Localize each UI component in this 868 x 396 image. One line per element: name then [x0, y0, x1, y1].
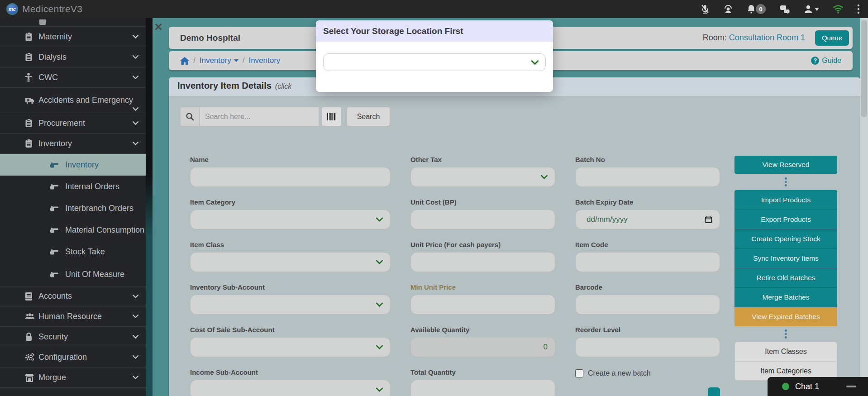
user-menu-icon[interactable] [804, 4, 819, 14]
barcode-scan-button[interactable] [322, 107, 342, 126]
sidebar-item-accidents-emergency[interactable]: Accidents and Emergency [0, 88, 146, 113]
hospital-name: Demo Hospital [180, 33, 240, 43]
view-reserved-button[interactable]: View Reserved [734, 156, 837, 174]
field-item-class: Item Class [190, 241, 391, 272]
breadcrumb-separator: / [243, 56, 245, 65]
field-income-sub-account: Income Sub-Account [190, 368, 391, 396]
clipboard-icon [25, 32, 35, 41]
teal-actions-stack: Import Products Export Products Create O… [734, 190, 837, 326]
batch-expiry-date-input[interactable]: dd/mm/yyyy [575, 210, 720, 229]
create-new-batch-checkbox[interactable] [575, 369, 583, 377]
create-new-batch-row: Create a new batch [575, 368, 720, 377]
inventory-sub-account-select[interactable] [190, 295, 391, 315]
sidebar-item-morgue[interactable]: Morgue [0, 367, 146, 388]
barcode-input[interactable] [575, 295, 720, 315]
view-expired-batches-button[interactable]: View Expired Batches [734, 307, 837, 326]
item-code-input[interactable] [575, 252, 720, 272]
merge-batches-button[interactable]: Merge Batches [734, 287, 837, 307]
income-sub-account-select[interactable] [190, 380, 391, 396]
page-scrollbar[interactable] [860, 18, 868, 396]
floating-action-button[interactable] [708, 387, 720, 396]
sidebar-item-maternity[interactable]: Maternity [0, 27, 146, 47]
item-classes-button[interactable]: Item Classes [735, 342, 837, 361]
brand-name: MedicentreV3 [22, 4, 82, 14]
import-products-button[interactable]: Import Products [734, 190, 837, 210]
storage-location-modal: Select Your Storage Location First [316, 20, 553, 92]
batch-no-input[interactable] [575, 167, 720, 187]
close-icon[interactable]: ✕ [154, 22, 163, 33]
calendar-icon[interactable] [705, 216, 712, 224]
sidebar-scrollbar[interactable] [146, 18, 153, 396]
minimize-icon[interactable] [846, 386, 856, 387]
field-reorder-level: Reorder Level [575, 326, 720, 357]
support-agent-icon[interactable] [723, 4, 733, 14]
sidebar-subitem-material-consumption[interactable]: Material Consumption [0, 219, 146, 241]
create-opening-stock-button[interactable]: Create Opening Stock [734, 229, 837, 248]
lock-icon [25, 332, 35, 341]
sidebar-item-dialysis[interactable]: Dialysis [0, 47, 146, 67]
field-label: Other Tax [410, 156, 555, 163]
cost-of-sale-sub-account-select[interactable] [190, 337, 391, 357]
sidebar-subitem-label: Inventory [65, 160, 99, 170]
dots-separator-icon [734, 326, 837, 342]
sidebar-item-clipped[interactable] [0, 18, 146, 27]
hand-point-icon [50, 226, 61, 234]
breadcrumb-inventory-menu[interactable]: Inventory [200, 56, 238, 65]
sync-inventory-items-button[interactable]: Sync Inventory Items [734, 248, 837, 268]
total-quantity-input[interactable] [410, 380, 555, 396]
home-icon[interactable] [180, 57, 189, 65]
chat-widget[interactable]: Chat 1 [768, 377, 868, 396]
field-min-unit-price: Min Unit Price [410, 283, 555, 315]
item-category-select[interactable] [190, 210, 391, 229]
field-label: Total Quantity [410, 368, 555, 376]
field-label: Inventory Sub-Account [190, 283, 391, 291]
microphone-muted-icon[interactable] [701, 4, 710, 14]
sidebar-subitem-stock-take[interactable]: Stock Take [0, 241, 146, 262]
min-unit-price-input[interactable] [410, 295, 555, 315]
unit-price-input[interactable] [410, 252, 555, 272]
search-input[interactable] [199, 107, 319, 126]
sidebar-subitem-internal-orders[interactable]: Internal Orders [0, 176, 146, 197]
sidebar-item-security[interactable]: Security [0, 327, 146, 347]
search-button[interactable]: Search [347, 107, 390, 126]
book-icon [25, 292, 35, 301]
field-unit-cost: Unit Cost (BP) [410, 198, 555, 229]
sidebar-subitem-interbranch-orders[interactable]: Interbranch Orders [0, 197, 146, 219]
sidebar-item-procurement[interactable]: Procurement [0, 113, 146, 134]
retire-old-batches-button[interactable]: Retire Old Batches [734, 268, 837, 287]
scrollbar-thumb[interactable] [861, 20, 867, 117]
kebab-menu-icon[interactable] [857, 4, 860, 14]
create-new-batch-label: Create a new batch [588, 369, 651, 377]
item-class-select[interactable] [190, 252, 391, 272]
field-name: Name [190, 156, 391, 187]
item-details-form: Name Item Category Item Class Inventory … [190, 156, 720, 396]
messages-icon[interactable] [779, 4, 790, 14]
storage-location-select[interactable] [323, 53, 546, 71]
sidebar-subitem-unit-of-measure[interactable]: Unit Of Measure [0, 262, 146, 286]
sidebar-item-inventory[interactable]: Inventory [0, 134, 146, 154]
sidebar-item-label: Security [38, 332, 68, 342]
queue-button[interactable]: Queue [815, 30, 849, 46]
sidebar-item-accounts[interactable]: Accounts [0, 286, 146, 306]
brand[interactable]: mc MedicentreV3 [0, 3, 82, 15]
other-tax-select[interactable] [410, 167, 555, 187]
sidebar-subitem-inventory[interactable]: Inventory [0, 154, 146, 176]
reorder-level-input[interactable] [575, 337, 720, 357]
guide-link[interactable]: ? Guide [811, 57, 841, 65]
hand-point-icon [50, 182, 61, 191]
sidebar-subitem-label: Stock Take [65, 247, 105, 257]
sidebar-item-human-resource[interactable]: Human Resource [0, 306, 146, 327]
field-label: Income Sub-Account [190, 368, 391, 376]
field-label: Barcode [575, 283, 720, 291]
field-label: Batch Expiry Date [575, 198, 720, 206]
unit-cost-input[interactable] [410, 210, 555, 229]
export-products-button[interactable]: Export Products [734, 210, 837, 229]
notifications-bell-icon[interactable]: 0 [747, 4, 766, 14]
sidebar-item-cwc[interactable]: CWC [0, 67, 146, 88]
name-input[interactable] [190, 167, 391, 187]
caret-down-icon [815, 8, 819, 11]
breadcrumb-inventory-page[interactable]: Inventory [248, 56, 280, 65]
sidebar-item-label: Morgue [38, 373, 66, 382]
field-item-code: Item Code [575, 241, 720, 272]
sidebar-item-configuration[interactable]: Configuration [0, 347, 146, 367]
